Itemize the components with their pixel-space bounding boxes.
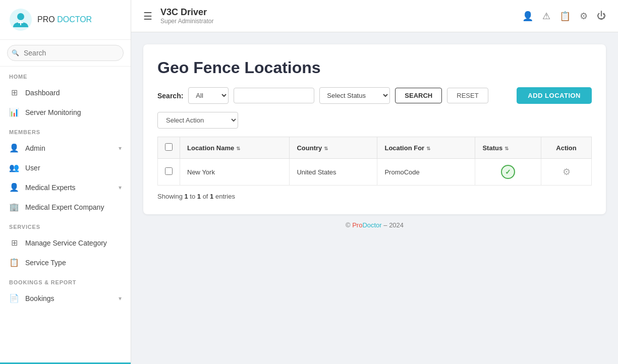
footer: © ProDoctor – 2024	[143, 214, 606, 236]
topbar-title-area: V3C Driver Super Administrator	[160, 7, 514, 25]
search-bar: Search: All Location Name Country Select…	[157, 87, 592, 104]
menu-toggle-icon[interactable]: ☰	[143, 10, 152, 22]
table-header-location-for: Location For ⇅	[377, 137, 475, 159]
sidebar-item-admin[interactable]: 👤 Admin ▾	[0, 138, 131, 158]
footer-copyright: ©	[346, 221, 352, 229]
sidebar: PRO DOCTOR HOME ⊞ Dashboard 📊 Server Mon…	[0, 0, 131, 364]
topbar-icons: 👤 ⚠ 📋 ⚙ ⏻	[522, 11, 606, 22]
medical-experts-arrow: ▾	[119, 184, 122, 191]
action-row: Select Action Delete Activate Deactivate	[157, 112, 592, 129]
bookings-arrow: ▾	[119, 295, 122, 302]
sidebar-item-dashboard[interactable]: ⊞ Dashboard	[0, 83, 131, 102]
action-select[interactable]: Select Action Delete Activate Deactivate	[157, 112, 238, 129]
table-cell-status	[475, 159, 541, 186]
sidebar-label-bookings: Bookings	[25, 294, 113, 302]
locations-table: Location Name ⇅ Country ⇅ Location For ⇅…	[157, 137, 592, 186]
showing-text: Showing 1 to 1 of 1 entries	[157, 193, 592, 200]
sidebar-label-medical-expert-company: Medical Expert Company	[25, 203, 122, 211]
table-cell-action: ⚙	[541, 159, 592, 186]
showing-total: 1	[210, 193, 213, 200]
topbar: ☰ V3C Driver Super Administrator 👤 ⚠ 📋 ⚙…	[131, 0, 618, 32]
table-header-country: Country ⇅	[290, 137, 377, 159]
document-icon[interactable]: 📋	[559, 11, 571, 22]
sidebar-label-service-type: Service Type	[25, 259, 122, 267]
medical-experts-icon: 👤	[9, 183, 19, 192]
content-card: Geo Fence Locations Search: All Location…	[143, 44, 606, 214]
svg-point-1	[17, 13, 24, 20]
sidebar-label-medical-experts: Medical Experts	[25, 184, 113, 192]
sort-status-icon[interactable]: ⇅	[504, 146, 509, 151]
search-button[interactable]: SEARCH	[395, 88, 442, 103]
footer-doctor: Doctor	[362, 221, 381, 229]
sidebar-search-input[interactable]	[7, 45, 124, 61]
section-home: HOME	[0, 67, 131, 83]
add-location-button[interactable]: ADD LOCATION	[517, 87, 592, 104]
table-cell-checkbox	[158, 159, 180, 186]
showing-from: 1	[184, 193, 188, 200]
sidebar-label-user: User	[25, 164, 122, 172]
logo-area: PRO DOCTOR	[0, 0, 131, 40]
footer-year: – 2024	[383, 221, 404, 229]
topbar-subtitle: Super Administrator	[160, 18, 514, 25]
table-header-status: Status ⇅	[475, 137, 541, 159]
sidebar-item-service-type[interactable]: 📋 Service Type	[0, 253, 131, 272]
page-title: Geo Fence Locations	[157, 58, 592, 77]
reset-button[interactable]: RESET	[447, 88, 488, 103]
sidebar-label-admin: Admin	[25, 144, 113, 152]
medical-expert-company-icon: 🏢	[9, 202, 19, 212]
table-cell-location-name: New York	[180, 159, 290, 186]
row-action-gear-icon[interactable]: ⚙	[563, 167, 571, 177]
logo-doctor: DOCTOR	[57, 15, 92, 24]
admin-icon: 👤	[9, 143, 19, 153]
sidebar-item-manage-service-category[interactable]: ⊞ Manage Service Category	[0, 233, 131, 253]
sidebar-item-user[interactable]: 👥 User	[0, 158, 131, 177]
table-row: New York United States PromoCode ⚙	[158, 159, 592, 186]
topbar-title: V3C Driver	[160, 7, 514, 18]
showing-to: 1	[197, 193, 201, 200]
table-header-action: Action	[541, 137, 592, 159]
row-checkbox[interactable]	[165, 167, 173, 175]
user-icon: 👥	[9, 163, 19, 172]
sort-location-name-icon[interactable]: ⇅	[236, 146, 240, 151]
sidebar-item-medical-experts[interactable]: 👤 Medical Experts ▾	[0, 177, 131, 197]
service-type-icon: 📋	[9, 258, 19, 267]
sidebar-label-dashboard: Dashboard	[25, 89, 122, 97]
power-icon[interactable]: ⏻	[597, 11, 606, 21]
admin-arrow: ▾	[119, 145, 122, 152]
sidebar-search-area	[0, 40, 131, 67]
main-content: ☰ V3C Driver Super Administrator 👤 ⚠ 📋 ⚙…	[131, 0, 618, 364]
sort-country-icon[interactable]: ⇅	[324, 146, 328, 151]
sidebar-label-manage-service-category: Manage Service Category	[25, 239, 122, 247]
section-bookings: BOOKINGS & REPORT	[0, 272, 131, 288]
sidebar-label-server-monitoring: Server Monitoring	[25, 108, 122, 116]
bookings-icon: 📄	[9, 293, 19, 303]
footer-pro: Pro	[352, 221, 362, 229]
section-services: SERVICES	[0, 217, 131, 233]
page-content: Geo Fence Locations Search: All Location…	[131, 32, 618, 364]
alert-icon[interactable]: ⚠	[542, 11, 550, 22]
status-active-badge	[501, 165, 515, 179]
server-monitoring-icon: 📊	[9, 107, 19, 117]
table-header-location-name: Location Name ⇅	[180, 137, 290, 159]
table-cell-location-for: PromoCode	[377, 159, 475, 186]
settings-icon[interactable]: ⚙	[580, 11, 588, 22]
logo-icon	[9, 8, 32, 31]
search-label: Search:	[157, 92, 183, 100]
search-filter-select[interactable]: All Location Name Country	[188, 87, 229, 104]
status-filter-select[interactable]: Select Status Active Inactive	[319, 87, 390, 104]
search-text-input[interactable]	[234, 88, 314, 103]
sort-location-for-icon[interactable]: ⇅	[426, 146, 430, 151]
logo-pro: PRO	[37, 15, 55, 24]
table-cell-country: United States	[290, 159, 377, 186]
sidebar-item-medical-expert-company[interactable]: 🏢 Medical Expert Company	[0, 197, 131, 217]
select-all-checkbox[interactable]	[165, 143, 173, 151]
table-header-checkbox	[158, 137, 180, 159]
logo-text: PRO DOCTOR	[37, 15, 92, 24]
section-members: MEMBERS	[0, 122, 131, 138]
user-profile-icon[interactable]: 👤	[522, 11, 533, 22]
manage-service-category-icon: ⊞	[9, 238, 19, 248]
dashboard-icon: ⊞	[9, 88, 19, 97]
sidebar-item-server-monitoring[interactable]: 📊 Server Monitoring	[0, 102, 131, 122]
sidebar-item-bookings[interactable]: 📄 Bookings ▾	[0, 288, 131, 308]
